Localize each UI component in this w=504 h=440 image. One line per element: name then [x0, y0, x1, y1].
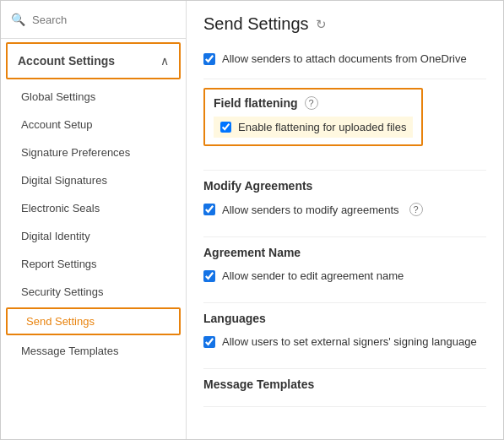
sidebar: 🔍 Account Settings ∧ Global SettingsAcco…: [1, 1, 187, 439]
checkbox-modify_agreements-0[interactable]: [203, 204, 215, 215]
help-icon-modify[interactable]: ?: [409, 203, 423, 216]
checkbox-languages-0[interactable]: [203, 336, 215, 348]
section-languages: LanguagesAllow users to set external sig…: [203, 312, 486, 353]
account-settings-label: Account Settings: [18, 54, 115, 68]
page-title-area: Send Settings ↻: [203, 14, 486, 34]
section-title-message_templates: Message Templates: [203, 378, 486, 391]
label-agreement_name-0: Allow sender to edit agreement name: [222, 269, 404, 282]
field-flattening-header: Field flattening?: [214, 96, 413, 110]
field-flattening-title: Field flattening: [214, 96, 298, 110]
sidebar-nav-item-global-settings[interactable]: Global Settings: [1, 83, 186, 111]
sidebar-nav-item-signature-preferences[interactable]: Signature Preferences: [1, 139, 186, 166]
section-title-agreement_name: Agreement Name: [203, 246, 486, 259]
search-icon: 🔍: [11, 13, 25, 26]
field-flattening-section: Field flattening?Enable flattening for u…: [203, 88, 423, 146]
section-modify_agreements: Modify AgreementsAllow senders to modify…: [203, 179, 486, 221]
sidebar-nav-item-digital-signatures[interactable]: Digital Signatures: [1, 166, 186, 194]
search-box: 🔍: [1, 1, 186, 39]
sidebar-nav-item-security-settings[interactable]: Security Settings: [1, 278, 186, 306]
enable-flattening-row: Enable flattening for uploaded files: [214, 117, 413, 138]
section-agreement_name: Agreement NameAllow sender to edit agree…: [203, 246, 486, 287]
nav-items-list: Global SettingsAccount SetupSignature Pr…: [1, 83, 186, 439]
sidebar-nav-item-electronic-seals[interactable]: Electronic Seals: [1, 194, 186, 222]
section-row-modify_agreements-0: Allow senders to modify agreements?: [203, 198, 486, 221]
section-row-languages-0: Allow users to set external signers' sig…: [203, 330, 486, 353]
onedrive-label: Allow senders to attach documents from O…: [222, 52, 467, 65]
search-input[interactable]: [32, 14, 176, 26]
enable-flattening-label: Enable flattening for uploaded files: [238, 121, 406, 133]
sections-container: Allow senders to attach documents from O…: [203, 47, 486, 407]
account-settings-header[interactable]: Account Settings ∧: [6, 42, 181, 79]
sidebar-nav-item-report-settings[interactable]: Report Settings: [1, 250, 186, 278]
onedrive-checkbox[interactable]: [203, 53, 215, 65]
refresh-icon[interactable]: ↻: [316, 17, 327, 32]
section-title-modify_agreements: Modify Agreements: [203, 179, 486, 193]
page-title-text: Send Settings: [203, 14, 309, 34]
section-row-agreement_name-0: Allow sender to edit agreement name: [203, 264, 486, 287]
checkbox-agreement_name-0[interactable]: [203, 270, 215, 282]
section-title-languages: Languages: [203, 312, 486, 325]
chevron-up-icon: ∧: [160, 54, 169, 68]
sidebar-nav-item-digital-identity[interactable]: Digital Identity: [1, 222, 186, 250]
enable-flattening-checkbox[interactable]: [220, 122, 231, 133]
section-message_templates: Message Templates: [203, 378, 486, 391]
sidebar-nav-item-account-setup[interactable]: Account Setup: [1, 111, 186, 139]
label-languages-0: Allow users to set external signers' sig…: [222, 335, 477, 348]
sidebar-nav-item-message-templates[interactable]: Message Templates: [1, 337, 186, 365]
help-icon[interactable]: ?: [305, 96, 318, 110]
onedrive-row: Allow senders to attach documents from O…: [203, 47, 486, 70]
sidebar-nav-item-send-settings[interactable]: Send Settings: [6, 307, 181, 335]
main-content: Send Settings ↻ Allow senders to attach …: [187, 1, 503, 439]
label-modify_agreements-0: Allow senders to modify agreements: [222, 204, 399, 216]
